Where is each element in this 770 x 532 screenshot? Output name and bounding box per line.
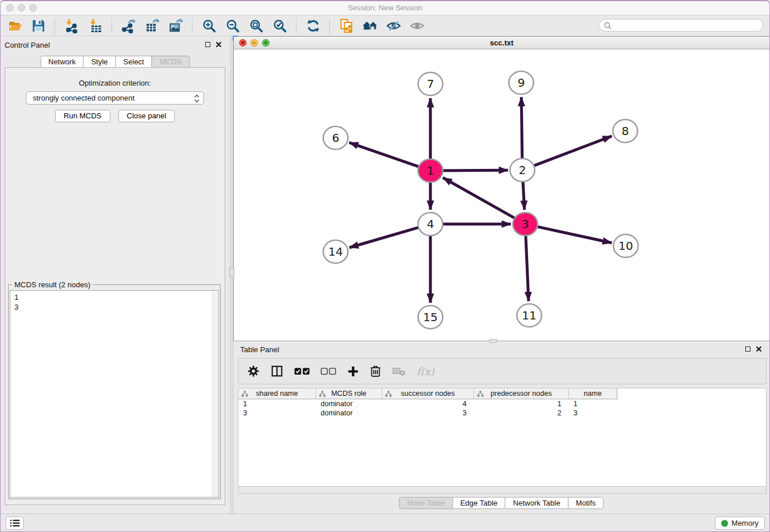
tab-mcds[interactable]: MCDS	[152, 56, 190, 68]
network-canvas[interactable]: 7968124314101511	[234, 49, 769, 341]
column-header-label: predecessor nodes	[491, 390, 552, 398]
table-cell[interactable]: 1	[238, 400, 316, 408]
export-network-button[interactable]	[118, 17, 139, 35]
zoom-out-button[interactable]	[222, 17, 243, 35]
close-panel-button[interactable]: Close panel	[118, 110, 175, 122]
vertical-splitter-handle[interactable]	[229, 268, 234, 277]
column-header-predecessor-nodes[interactable]: predecessor nodes	[474, 388, 569, 399]
toolbar-separator	[111, 18, 112, 34]
graph-node-4[interactable]: 4	[418, 213, 443, 236]
graph-edge-4-14[interactable]	[349, 226, 422, 248]
save-session-button[interactable]	[28, 17, 49, 35]
zoom-selected-button[interactable]	[270, 17, 290, 35]
table-row[interactable]: 1dominator411	[238, 399, 766, 408]
graph-edge-2-9[interactable]	[521, 97, 522, 161]
graph-edge-3-1[interactable]	[443, 178, 517, 219]
import-network-button[interactable]	[61, 17, 82, 35]
table-cell[interactable]: dominator	[316, 400, 382, 408]
graph-node-1[interactable]: 1	[418, 159, 443, 182]
graph-node-9[interactable]: 9	[509, 71, 534, 94]
memory-button[interactable]: Memory	[715, 516, 765, 530]
graph-edge-1-2[interactable]	[440, 170, 508, 171]
tab-motifs[interactable]: Motifs	[568, 497, 604, 509]
network-window-titlebar[interactable]: ✕ − + scc.txt	[234, 37, 769, 49]
graph-edge-3-10[interactable]	[534, 226, 612, 242]
graph-edge-1-6[interactable]	[349, 142, 422, 168]
gear-button[interactable]	[247, 365, 260, 377]
graph-edge-2-3[interactable]	[523, 179, 525, 210]
search-input[interactable]	[611, 20, 763, 30]
graph-edge-2-8[interactable]	[531, 136, 612, 167]
select-all-button[interactable]	[294, 368, 310, 375]
tab-edge-table[interactable]: Edge Table	[452, 497, 506, 509]
network-minimize-button[interactable]: −	[251, 39, 258, 47]
hide-selected-button[interactable]	[383, 17, 404, 35]
column-header-successor-nodes[interactable]: successor nodes	[382, 388, 474, 399]
run-mcds-button[interactable]: Run MCDS	[55, 110, 110, 122]
export-table-button[interactable]	[142, 17, 163, 35]
import-table-button[interactable]	[85, 17, 106, 35]
window-zoom-button[interactable]	[29, 4, 37, 11]
zoom-selected-icon	[272, 18, 287, 33]
tab-network[interactable]: Network	[40, 56, 84, 68]
delete-column-button[interactable]	[370, 365, 381, 377]
tab-style[interactable]: Style	[83, 56, 116, 68]
float-panel-icon[interactable]	[205, 42, 210, 47]
tab-node-table[interactable]: Node Table	[399, 497, 453, 509]
show-all-button[interactable]	[407, 17, 428, 35]
open-file-button[interactable]	[5, 17, 25, 35]
graph-node-14[interactable]: 14	[324, 240, 348, 263]
graph-node-label: 14	[328, 245, 342, 259]
table-cell[interactable]: 1	[474, 400, 569, 408]
tab-select[interactable]: Select	[116, 56, 152, 68]
close-table-panel-icon[interactable]	[756, 346, 762, 352]
graph-node-10[interactable]: 10	[614, 234, 638, 257]
graph-node-2[interactable]: 2	[510, 159, 535, 182]
save-icon	[31, 18, 46, 33]
horizontal-splitter-handle[interactable]	[490, 339, 497, 343]
graph-node-15[interactable]: 15	[418, 306, 443, 329]
export-image-button[interactable]	[165, 17, 186, 35]
column-header-shared-name[interactable]: shared name	[238, 388, 316, 399]
graph-node-3[interactable]: 3	[513, 213, 538, 236]
select-stepper-icon	[194, 94, 199, 105]
graph-node-6[interactable]: 6	[324, 126, 348, 149]
split-columns-button[interactable]	[271, 365, 283, 377]
add-column-button[interactable]	[347, 365, 359, 377]
table-cell[interactable]: 1	[569, 400, 617, 408]
float-table-panel-icon[interactable]	[745, 346, 750, 352]
graph-node-8[interactable]: 8	[613, 119, 638, 142]
delete-table-button[interactable]	[392, 367, 406, 376]
table-tabs: Node TableEdge TableNetwork TableMotifs	[399, 497, 603, 509]
criterion-select[interactable]: strongly connected component	[26, 91, 204, 105]
graph-node-11[interactable]: 11	[517, 304, 542, 327]
window-close-button[interactable]	[6, 4, 14, 11]
table-row[interactable]: 3dominator323	[238, 408, 766, 418]
mcds-result-area[interactable]: 1 3	[10, 290, 219, 498]
function-builder-button[interactable]: f(x)	[417, 365, 434, 377]
network-maximize-button[interactable]: +	[262, 39, 270, 47]
column-header-MCDS-role[interactable]: MCDS role	[316, 388, 382, 399]
column-header-label: shared name	[256, 390, 298, 398]
zoom-fit-button[interactable]	[246, 17, 267, 35]
result-scrollbar[interactable]	[212, 291, 218, 497]
close-panel-icon[interactable]	[215, 41, 222, 48]
clone-network-button[interactable]	[336, 17, 357, 35]
tab-network-table[interactable]: Network Table	[505, 497, 568, 509]
table-cell[interactable]: 3	[238, 409, 316, 417]
first-neighbors-button[interactable]	[360, 17, 380, 35]
window-minimize-button[interactable]	[18, 4, 25, 11]
table-cell[interactable]: dominator	[316, 409, 382, 417]
graph-node-7[interactable]: 7	[418, 72, 443, 95]
deselect-all-button[interactable]	[321, 368, 336, 375]
table-cell[interactable]: 3	[382, 409, 474, 417]
table-cell[interactable]: 3	[569, 409, 617, 417]
network-close-button[interactable]: ✕	[239, 39, 247, 47]
table-cell[interactable]: 4	[382, 400, 474, 408]
column-header-name[interactable]: name	[569, 388, 617, 399]
task-history-button[interactable]	[6, 516, 24, 530]
graph-edge-3-11[interactable]	[526, 233, 529, 301]
table-cell[interactable]: 2	[474, 409, 569, 417]
refresh-layout-button[interactable]	[303, 17, 324, 35]
zoom-in-button[interactable]	[199, 17, 220, 35]
